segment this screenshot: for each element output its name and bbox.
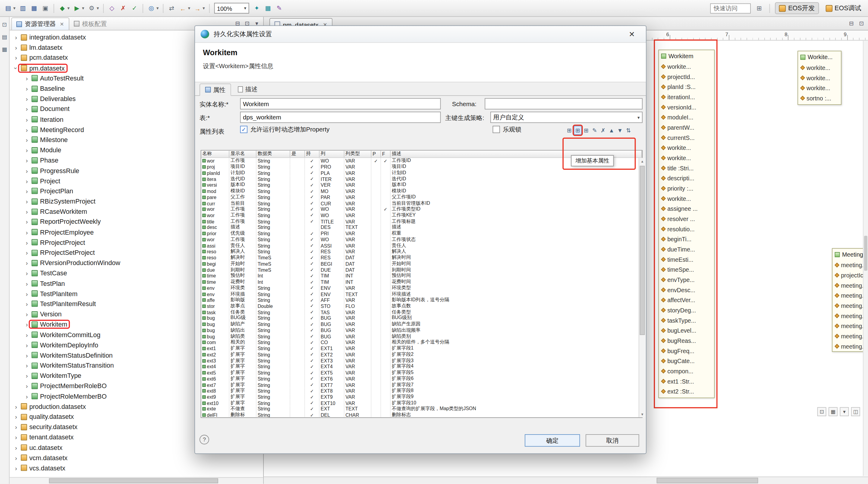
table-row[interactable]: title 工作项 String ✓ TITLE VAR 工作项标题 — [201, 218, 642, 224]
tree-expander-icon[interactable]: › — [24, 198, 30, 205]
entity-field[interactable]: dueTime... — [659, 244, 714, 254]
property-tool-icon[interactable]: ✎ — [591, 126, 598, 135]
table-row[interactable]: time 花费时 Int ✓ TIM INT 花费时间 — [201, 279, 642, 285]
table-row[interactable]: bug 缺陷产 String ✓ BUG VAR 缺陷产生原因 — [201, 322, 642, 328]
entity-field[interactable]: workite... — [798, 83, 841, 93]
column-header[interactable]: 显示名 — [229, 150, 256, 157]
tree-expander-icon[interactable]: › — [13, 34, 19, 40]
toolbar-icon[interactable]: ▾ — [187, 3, 192, 13]
layers-icon[interactable]: ◫ — [851, 407, 860, 416]
table-row[interactable]: versi 版本ID String ✓ VER VAR 版本ID — [201, 182, 642, 188]
schema-field[interactable] — [485, 98, 643, 109]
entity-field[interactable]: meeting... — [832, 321, 867, 331]
grid-icon[interactable]: ▦ — [829, 407, 838, 416]
entity-field[interactable]: meeting... — [832, 311, 867, 321]
tree-expander-icon[interactable]: › — [13, 65, 19, 71]
chevron-down-icon[interactable]: ▾ — [840, 407, 849, 416]
tree-expander-icon[interactable]: › — [24, 270, 30, 276]
tab-resource-explorer[interactable]: 资源管理器 ✕ — [11, 18, 69, 30]
entity-field[interactable]: bugLevel... — [659, 325, 714, 336]
tree-expander-icon[interactable]: › — [24, 393, 30, 399]
rail-view-icon[interactable]: ▦ — [1, 45, 8, 53]
table-row[interactable]: stor 故事点 Double ✓ STO FLO 故事点数 — [201, 303, 642, 309]
entity-field[interactable]: timeSpe... — [659, 265, 714, 275]
tree-expander-icon[interactable]: › — [13, 444, 19, 451]
canvas-vscrollbar[interactable] — [863, 41, 868, 476]
tree-item[interactable]: › vcs.datasetx — [10, 463, 264, 473]
table-row[interactable]: env 环境类 String ✓ ENV VAR 环境类型 — [201, 285, 642, 291]
property-tool-icon[interactable]: ⊞ — [582, 126, 590, 135]
toolbar-icon[interactable]: ▣ — [40, 3, 51, 13]
tree-expander-icon[interactable]: › — [13, 424, 19, 430]
minimize-icon[interactable]: ⊟ — [847, 19, 856, 28]
perspective-eos-debug-button[interactable]: EOS调试 — [822, 2, 865, 14]
table-row[interactable]: curr 当前目 String ✓ CUR VAR 当前目管理版本ID — [201, 200, 642, 206]
column-header[interactable]: 是 — [290, 150, 305, 157]
explorer-hscrollbar[interactable] — [10, 477, 264, 484]
entity-field[interactable]: meeting... — [832, 331, 867, 341]
entity-field[interactable]: taskType... — [659, 315, 714, 325]
tab-properties[interactable]: 属性 — [199, 84, 231, 96]
tree-item[interactable]: › com.primeton.devops.specs.model.cd.imp… — [10, 473, 264, 475]
entity-field[interactable]: priority :... — [659, 183, 714, 193]
help-button[interactable]: ? — [199, 435, 209, 445]
table-row[interactable]: ext3 扩展字 String ✓ EXT3 VAR 扩展字段3 — [201, 358, 642, 364]
rail-view-icon[interactable]: ⊡ — [1, 20, 8, 28]
table-row[interactable]: itera 迭代ID String ✓ ITER VAR 迭代ID — [201, 176, 642, 182]
tree-expander-icon[interactable]: › — [24, 126, 30, 133]
entity-field[interactable]: descripti... — [659, 173, 714, 183]
entity-workitem-type[interactable]: Workite... workite... workite... — [798, 51, 841, 105]
column-header[interactable]: 列类型 — [344, 150, 372, 157]
entity-field[interactable]: bugCate... — [659, 356, 714, 366]
tree-expander-icon[interactable]: › — [24, 105, 30, 112]
table-row[interactable]: assi 责任人 String ✓ ASSI VAR 责任人 — [201, 243, 642, 249]
entity-field[interactable]: affectVer... — [659, 295, 714, 305]
property-tool-icon[interactable]: ▼ — [616, 126, 624, 135]
column-header[interactable]: F — [381, 150, 391, 157]
entity-field[interactable]: meeting... — [832, 291, 867, 301]
entity-field[interactable]: versionId... — [659, 102, 714, 112]
table-row[interactable]: ext8 扩展字 String ✓ EXT8 VAR 扩展字段8 — [201, 388, 642, 394]
toolbar-icon[interactable]: ✗ — [118, 3, 129, 13]
entity-workitem[interactable]: Workitem workite... projectId... — [658, 50, 715, 398]
toolbar-icon[interactable]: ▦ — [262, 3, 273, 13]
table-row[interactable]: ext10 扩展字 String ✓ EXT10 VAR 扩展字段10 — [201, 400, 642, 406]
entity-field[interactable]: planId :S... — [659, 82, 714, 92]
entity-meeting-record[interactable]: Meeting... meeting... projectIc... — [832, 248, 868, 352]
tab-template-config[interactable]: 模板配置 — [69, 18, 111, 30]
scrollbar-thumb[interactable] — [864, 236, 867, 271]
table-row[interactable]: env 环境描 String ✓ ENV TEXT 环境描述 — [201, 291, 642, 297]
pk-strategy-select[interactable]: 用户自定义 ▾ — [490, 112, 643, 123]
table-row[interactable]: com 相关的 String ✓ CO VAR 相关的组件，多个逗号分隔 — [201, 339, 642, 345]
toolbar-icon[interactable]: ▾ — [95, 3, 100, 13]
tree-expander-icon[interactable]: › — [24, 168, 30, 174]
tree-expander-icon[interactable]: › — [24, 188, 30, 194]
entity-field[interactable]: storyDeg... — [659, 305, 714, 315]
entity-header[interactable]: Meeting... — [832, 249, 867, 260]
table-row[interactable]: bug BUG级 String ✓ BUG VAR BUG级别 — [201, 315, 642, 322]
zoom-combo[interactable]: 100% ▾ — [214, 3, 249, 13]
tree-expander-icon[interactable]: › — [24, 342, 30, 348]
table-row[interactable]: wor 工作项 String ✓ WO VAR 工作项KEY — [201, 212, 642, 218]
table-row[interactable]: reso 解决时 TimeS ✓ RES DAT 解决时间 — [201, 255, 642, 261]
entity-field[interactable]: bugFreq... — [659, 345, 714, 356]
perspective-eos-dev-button[interactable]: EOS开发 — [775, 2, 819, 14]
entity-field[interactable]: workite... — [659, 143, 714, 153]
open-perspective-icon[interactable]: ⊞ — [754, 3, 765, 13]
close-button[interactable]: ✕ — [623, 28, 640, 40]
toolbar-icon[interactable]: ✦ — [251, 3, 262, 13]
table-vscrollbar[interactable]: ▲ ▼ — [639, 158, 645, 417]
table-row[interactable]: ext9 扩展字 String ✓ EXT9 VAR 扩展字段9 — [201, 394, 642, 400]
entity-field[interactable]: beginTi... — [659, 234, 714, 244]
tree-expander-icon[interactable]: › — [24, 301, 30, 307]
toolbar-icon[interactable]: ▾ — [155, 3, 160, 13]
maximize-icon[interactable]: ⊡ — [857, 19, 866, 28]
entity-field[interactable]: envType... — [659, 275, 714, 285]
entity-field[interactable]: title :Stri... — [659, 163, 714, 173]
tree-expander-icon[interactable]: › — [24, 321, 30, 328]
table-row[interactable]: bug 缺陷类 String ✓ BUG VAR 缺陷类别 — [201, 334, 642, 339]
toolbar-icon[interactable]: ▦ — [29, 3, 39, 13]
table-row[interactable]: wor 工作项 String ✓ WO VAR 工作项状态 — [201, 237, 642, 243]
table-row[interactable]: affe 影响版 String ✓ AFF VAR 影响版本ID列表，逗号分隔 — [201, 297, 642, 303]
tree-expander-icon[interactable]: › — [24, 362, 30, 369]
